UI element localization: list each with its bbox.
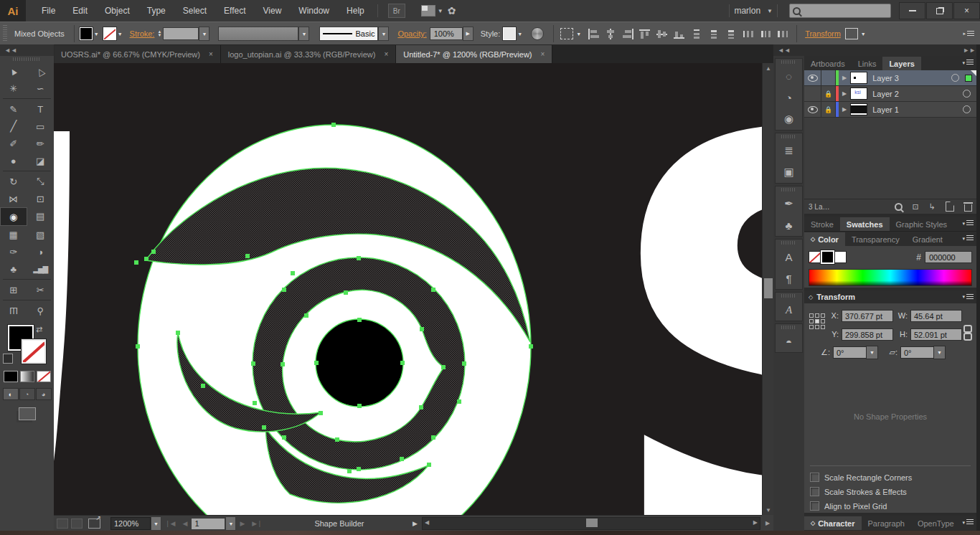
workspace-switcher[interactable]: marlon — [734, 6, 760, 16]
color-guide-panel-icon[interactable]: ◉ — [776, 108, 802, 130]
anchor-handle[interactable] — [144, 257, 149, 261]
bridge-icon[interactable]: Br — [388, 4, 405, 18]
tab-gradient[interactable]: Gradient — [906, 232, 949, 246]
expand-layer-icon[interactable]: ▶ — [842, 106, 847, 113]
color-spectrum-bar[interactable] — [809, 269, 972, 286]
delete-layer-icon[interactable] — [964, 204, 972, 212]
variable-width-profile-dropdown[interactable] — [218, 27, 298, 41]
vertical-scrollbar[interactable]: ▲ ▼ — [762, 63, 774, 515]
width-tool[interactable]: ⋈ — [0, 190, 27, 207]
panel-menu-icon[interactable]: ▸ — [963, 31, 974, 37]
menu-item-object[interactable]: Object — [96, 1, 138, 21]
anchor-handle[interactable] — [134, 260, 138, 265]
grip-handle[interactable] — [781, 241, 796, 245]
last-artboard-icon[interactable]: ▶❘ — [252, 520, 262, 527]
search-input[interactable] — [789, 4, 891, 18]
shear-dropdown[interactable]: ▼ — [933, 346, 946, 359]
panel-toggle-icon[interactable]: ◇ — [811, 520, 815, 526]
rotate-tool[interactable]: ↻ — [0, 173, 27, 190]
menu-item-window[interactable]: Window — [290, 1, 338, 21]
artboard-dropdown[interactable]: ▼ — [225, 516, 236, 531]
align-d-right-icon[interactable] — [777, 29, 789, 39]
target-circle-icon[interactable] — [951, 74, 959, 82]
tab-swatches[interactable]: Swatches — [840, 217, 890, 231]
menu-item-effect[interactable]: Effect — [215, 1, 254, 21]
black-swatch[interactable] — [821, 250, 834, 264]
next-artboard-icon[interactable]: ▶ — [240, 520, 245, 527]
tab-graphic-styles[interactable]: Graphic Styles — [890, 217, 954, 231]
opacity-field[interactable]: 100% — [430, 27, 463, 40]
recolor-artwork-icon[interactable] — [531, 27, 544, 40]
checkbox[interactable] — [810, 501, 819, 511]
direct-selection-tool[interactable]: △ — [27, 62, 55, 80]
stroke-panel-icon[interactable]: ◌ — [776, 65, 802, 87]
chevron-down-icon[interactable]: ▼ — [118, 32, 123, 37]
scroll-left-icon[interactable]: ◀ — [425, 519, 429, 526]
align-h-right-icon[interactable] — [622, 29, 634, 39]
stroke-weight-field[interactable] — [163, 27, 199, 40]
layer-name[interactable]: Layer 3 — [872, 74, 899, 82]
expand-panels-icon[interactable]: ◄◄ — [778, 47, 791, 54]
close-button[interactable]: × — [953, 2, 980, 19]
anchor-handle[interactable] — [282, 435, 286, 440]
stroke-swatch[interactable] — [22, 339, 46, 364]
blob-brush-tool[interactable]: ● — [0, 152, 27, 169]
tab-stroke[interactable]: Stroke — [804, 217, 840, 231]
tab-layers[interactable]: Layers — [882, 57, 920, 70]
paintbrush-tool[interactable]: ✐ — [0, 135, 27, 152]
panel-menu-icon[interactable]: ▾ — [962, 519, 974, 526]
align-v-bottom-icon[interactable] — [674, 29, 686, 39]
clipping-mask-icon[interactable]: ⊡ — [913, 202, 919, 212]
draw-normal-button[interactable]: ◐ — [3, 388, 19, 400]
anchor-handle[interactable] — [427, 463, 431, 467]
anchor-handle[interactable] — [151, 250, 156, 254]
transform-panel-header[interactable]: ◇ Transform ▾ — [804, 290, 976, 303]
anchor-handle[interactable] — [357, 318, 362, 322]
lock-toggle[interactable]: 🔒 — [821, 102, 836, 117]
checkbox[interactable] — [810, 473, 819, 482]
scroll-down-icon[interactable]: ▼ — [763, 505, 774, 515]
artboard-number-field[interactable]: 1 — [191, 518, 225, 530]
anchor-handle[interactable] — [431, 435, 435, 440]
transform-link[interactable]: Transform — [805, 29, 841, 38]
opacity-link[interactable]: Opacity: — [397, 29, 426, 38]
gradient-tool[interactable]: ▧ — [27, 226, 55, 243]
chevron-down-icon[interactable]: ▼ — [94, 32, 99, 37]
grip-handle[interactable] — [781, 135, 796, 138]
lock-toggle[interactable]: 🔒 — [821, 86, 836, 101]
none-button[interactable] — [37, 371, 51, 382]
brush-definition-dropdown[interactable]: Basic — [319, 27, 378, 41]
letter-s-shape[interactable]: S — [600, 63, 762, 515]
visibility-toggle[interactable] — [804, 70, 821, 85]
layer-thumbnail[interactable] — [850, 87, 867, 100]
anchor-handle[interactable] — [304, 313, 308, 318]
tab-artboards[interactable]: Artboards — [804, 57, 852, 70]
document-tab-3[interactable]: Untitled-7* @ 1200% (RGB/Preview)× — [396, 45, 552, 63]
layer-name[interactable]: Layer 1 — [872, 105, 899, 114]
anchor-handle[interactable] — [419, 405, 423, 409]
layer-row-layer-2[interactable]: 🔒▶Layer 2 — [804, 86, 976, 102]
x-field[interactable]: 370.677 pt — [842, 310, 893, 322]
style-swatch[interactable] — [503, 27, 516, 40]
column-graph-tool[interactable]: ▂▅▇ — [27, 260, 55, 278]
anchor-handle[interactable] — [291, 271, 295, 275]
anchor-handle[interactable] — [357, 404, 362, 408]
anchor-handle[interactable] — [253, 401, 257, 405]
align-d-left-icon[interactable] — [743, 29, 755, 39]
reference-point-grid[interactable] — [809, 313, 825, 329]
minimize-button[interactable] — [899, 2, 925, 19]
panel-menu-icon[interactable]: ▾ — [962, 60, 974, 66]
anchor-handle[interactable] — [357, 256, 361, 260]
align-h-center-icon[interactable] — [605, 29, 617, 39]
scroll-up-icon[interactable]: ▲ — [763, 63, 774, 73]
select-similar-objects-icon[interactable] — [560, 28, 573, 39]
shape-builder-tool[interactable]: ◉ — [0, 207, 27, 226]
checkbox[interactable] — [810, 487, 819, 496]
grip-handle[interactable] — [781, 188, 796, 191]
align-v-middle-icon[interactable] — [656, 29, 669, 39]
w-field[interactable]: 45.64 pt — [910, 310, 962, 322]
menu-item-file[interactable]: File — [33, 1, 64, 21]
expand-layer-icon[interactable]: ▶ — [842, 75, 847, 81]
grip-handle[interactable] — [781, 294, 796, 298]
chevron-down-icon[interactable]: ▼ — [576, 32, 581, 37]
